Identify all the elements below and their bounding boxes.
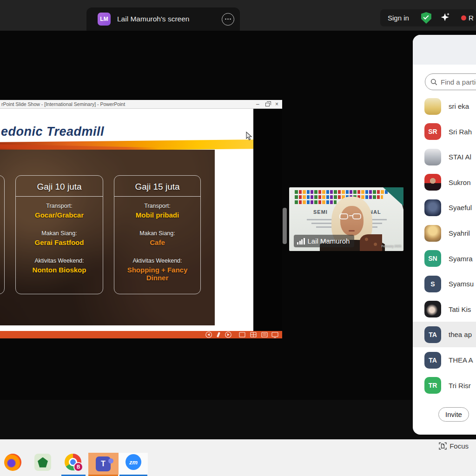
meeting-toolbar: 124 Participants React Share 1 Chat AI C… [0,400,476,439]
card-label: Aktivitas Weekend: [16,258,103,264]
shared-screen-tab-label: Lail Mamuroh's screen [117,15,189,23]
seminar-logos-row [295,190,388,194]
salary-card-partial [0,175,5,294]
participant-search[interactable] [425,73,476,90]
participant-name-tag: Lail Mamuroh [294,235,354,247]
presenter-toolbar[interactable] [0,331,282,338]
participant-name: Syahril [449,229,470,237]
avatar [424,225,441,242]
glasses-icon [339,213,348,219]
participant-name: Sukron [449,178,471,186]
shared-screen-tab[interactable]: LM Lail Mamuroh's screen [86,7,240,31]
slide-photo-background: Gaji 10 juta Transport: Gocar/Grabcar Ma… [0,150,215,325]
meeting-top-bar: LM Lail Mamuroh's screen Sign in R [0,0,476,31]
zoom-meeting-window: LM Lail Mamuroh's screen Sign in R rPoin… [0,0,476,476]
avatar [424,199,441,216]
focus-label: Focus [450,442,469,450]
participant-name: thea ap [449,331,472,338]
card-label: Aktivitas Weekend: [114,258,200,264]
card-label: Makan Siang: [16,230,103,237]
invite-button[interactable]: Invite [438,407,469,422]
participant-name: Syamra [449,255,473,263]
video-tile[interactable]: SEMI NAL Lail Mamuroh February 2025 [289,187,403,251]
backdrop-date-text: February 2025 [382,245,401,248]
powerpoint-title-bar[interactable]: rPoint Slide Show - [International Semin… [0,100,282,109]
glasses-icon [352,213,361,219]
mouse-cursor [245,132,252,141]
avatar: S [424,276,441,292]
participant-row[interactable]: Tati Kis [413,297,476,322]
avatar: TA [424,352,441,369]
slide-title: edonic Treadmill [1,125,104,139]
search-icon [430,79,437,86]
focus-control[interactable]: Focus [439,442,469,450]
seminar-banner-left: SEMI [313,209,328,215]
zoom-glyph: zm [129,459,138,466]
recording-label: R [469,14,474,22]
teams-icon[interactable]: T [96,456,111,471]
card-value: Shopping + Fancy Dinner [114,266,200,282]
card-value: Cafe [114,238,200,246]
top-right-controls: Sign in R [380,9,476,26]
powerpoint-window: rPoint Slide Show - [International Semin… [0,100,282,338]
participant-name: STAI Al [449,153,471,161]
participant-row[interactable]: Syaeful [413,195,476,220]
avatar [424,301,441,317]
search-input[interactable] [441,78,476,86]
participant-row[interactable]: sri eka [413,93,476,119]
zoom-app-icon[interactable]: zm [126,454,141,470]
card-label: Makan Siang: [114,230,200,237]
participant-row[interactable]: Syahril [413,220,476,246]
presenter-toolbar-icons[interactable] [205,331,278,338]
kemenag-icon[interactable] [34,454,51,471]
participant-name: THEA A [449,356,473,364]
card-value: Gocar/Grabcar [16,211,103,219]
participant-row[interactable]: TA THEA A [413,347,476,373]
participants-panel-header [413,35,476,65]
avatar [424,149,441,165]
participant-name: Syamsu [449,280,474,288]
participant-row[interactable]: STAI Al [413,144,476,170]
participant-name: Lail Mamuroh [308,237,350,245]
participant-row[interactable]: S Syamsu [413,271,476,297]
card-label: Transport: [16,203,103,209]
participant-row[interactable]: TR Tri Risr [413,373,476,398]
stage-scrollbar[interactable] [283,208,287,244]
card-title: Gaji 15 juta [114,182,200,192]
salary-card-15jt: Gaji 15 juta Transport: Mobil pribadi Ma… [114,175,201,294]
firefox-icon[interactable] [4,454,21,471]
participant-row[interactable]: SR Sri Rah [413,119,476,145]
card-title: Gaji 10 juta [16,182,103,192]
participant-name: Sri Rah [449,128,472,136]
sign-in-button[interactable]: Sign in [388,14,409,22]
ai-sparkle-icon[interactable] [440,12,451,25]
participant-row-highlighted[interactable]: TA thea ap [413,322,476,347]
avatar: SN [424,250,441,267]
card-label: Transport: [114,203,200,209]
avatar: TA [424,326,441,343]
participant-row[interactable]: SN Syamra [413,246,476,271]
avatar: SR [424,123,441,140]
chrome-badge: B [73,462,83,472]
teams-glyph: T [101,460,106,468]
participant-name: sri eka [449,102,469,110]
card-value: Mobil pribadi [114,211,200,219]
participant-row[interactable]: Sukron [413,170,476,195]
avatar [424,174,441,191]
avatar: TR [424,377,441,394]
tab-options-icon[interactable] [222,13,234,26]
network-signal-icon [297,238,305,245]
minimize-button[interactable]: – [256,101,259,107]
salary-card-10jt: Gaji 10 juta Transport: Gocar/Grabcar Ma… [15,175,103,294]
restore-button[interactable] [265,103,270,106]
seminar-logos-row [295,200,337,204]
close-button[interactable]: × [275,101,278,107]
seminar-logos-row [295,195,383,199]
focus-icon [439,442,447,450]
avatar: LM [98,13,111,26]
participant-name: Tri Risr [449,382,471,390]
slideshow-black-area [253,109,282,331]
participant-name: Tati Kis [449,305,471,313]
participant-name: Syaeful [449,204,472,212]
security-shield-icon[interactable] [421,12,431,24]
